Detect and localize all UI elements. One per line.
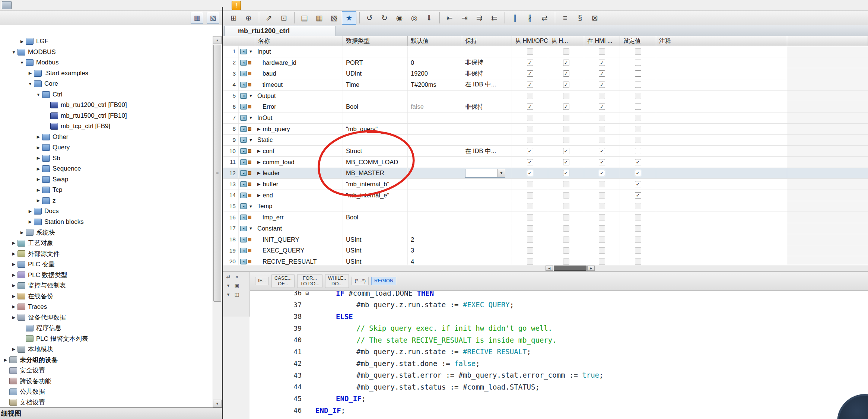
table-row[interactable]: 10▶confStruct在 IDB 中...✓✓✓ xyxy=(223,146,868,157)
chevron-right-icon[interactable]: ▶ xyxy=(10,273,17,277)
checkbox-from-hmi-opc[interactable]: ✓ xyxy=(527,148,533,154)
retain-cell[interactable] xyxy=(462,190,512,201)
checkbox-setpoint[interactable] xyxy=(635,104,641,110)
retain-dropdown[interactable]: ▼ xyxy=(465,169,505,178)
default-value-cell[interactable]: false xyxy=(408,101,462,112)
tree-item[interactable]: ▶未分组的设备 xyxy=(0,355,213,365)
table-row[interactable]: 9▼Static xyxy=(223,135,868,146)
section-collapse-icon[interactable]: ▼ xyxy=(249,49,253,54)
tree-item[interactable]: 跨设备功能 xyxy=(0,376,213,387)
comment-cell[interactable] xyxy=(656,135,787,146)
tree-item[interactable]: ▶Sequence xyxy=(0,164,213,174)
checkbox-from-hmi-opc[interactable] xyxy=(527,214,533,220)
datatype-cell[interactable]: Bool xyxy=(343,101,408,112)
checkbox-from-hmi-opc[interactable]: ✓ xyxy=(527,159,533,165)
comment-cell[interactable] xyxy=(656,245,787,256)
datatype-cell[interactable] xyxy=(343,201,408,212)
section-collapse-icon[interactable]: ▼ xyxy=(249,138,253,142)
datatype-cell[interactable]: "mb_internal_e" xyxy=(343,190,408,201)
tree-item[interactable]: ▶Traces xyxy=(0,302,213,312)
dropdown-icon[interactable]: ▾ xyxy=(225,291,232,297)
default-value-cell[interactable]: 3 xyxy=(408,245,462,256)
datatype-cell[interactable]: Bool xyxy=(343,212,408,223)
comment-cell[interactable] xyxy=(656,234,787,245)
checkbox-from-hmi[interactable] xyxy=(563,48,569,55)
retain-cell[interactable] xyxy=(462,157,512,168)
checkbox-in-hmi[interactable] xyxy=(599,181,605,187)
name-cell[interactable]: Static xyxy=(255,135,343,146)
retain-cell[interactable] xyxy=(462,112,512,123)
default-value-cell[interactable]: 19200 xyxy=(408,68,462,79)
insert-row-icon[interactable]: ⊞ xyxy=(226,11,241,25)
checkbox-from-hmi-opc[interactable] xyxy=(527,237,533,243)
checkbox-from-hmi[interactable]: ✓ xyxy=(563,148,569,154)
checkbox-in-hmi[interactable]: ✓ xyxy=(599,170,605,176)
tree-item[interactable]: mb_rtu1500_ctrl [FB10] xyxy=(0,111,213,121)
checkbox-in-hmi[interactable] xyxy=(599,137,605,143)
checkbox-from-hmi-opc[interactable] xyxy=(527,93,533,99)
section-collapse-icon[interactable]: ▼ xyxy=(249,226,253,231)
open-external-editor-icon[interactable]: ⇗ xyxy=(262,11,276,25)
name-cell[interactable]: hardware_id xyxy=(255,57,343,68)
tree-item[interactable]: ▶Swap xyxy=(0,174,213,185)
absolute-operands-icon[interactable]: ▦ xyxy=(312,11,327,25)
scroll-down-icon[interactable]: ▼ xyxy=(213,400,222,407)
checkbox-setpoint[interactable] xyxy=(635,148,641,154)
tree-item[interactable]: 公共数据 xyxy=(0,387,213,397)
default-value-cell[interactable] xyxy=(408,146,462,156)
checkbox-from-hmi-opc[interactable]: ✓ xyxy=(527,104,533,110)
checkbox-from-hmi[interactable]: ✓ xyxy=(563,104,569,110)
checkbox-from-hmi-opc[interactable] xyxy=(527,192,533,199)
column-header[interactable]: 注释 xyxy=(656,36,787,46)
expand-icon[interactable]: ▶ xyxy=(257,171,260,175)
settings-icon[interactable]: § xyxy=(573,11,587,25)
goto-next-icon[interactable]: ⇥ xyxy=(457,11,472,25)
checkbox-setpoint[interactable] xyxy=(635,225,641,232)
checkbox-setpoint[interactable] xyxy=(635,237,641,243)
goto-previous-icon[interactable]: ⇤ xyxy=(442,11,457,25)
tree-item[interactable]: ▼Core xyxy=(0,79,213,89)
chevron-down-icon[interactable]: ▼ xyxy=(497,169,505,177)
checkbox-from-hmi[interactable] xyxy=(563,181,569,187)
default-value-cell[interactable]: 2 xyxy=(408,234,462,245)
table-row[interactable]: 7▼InOut xyxy=(223,112,868,124)
checkbox-from-hmi-opc[interactable] xyxy=(527,258,533,265)
datatype-cell[interactable]: "mb_query" xyxy=(343,124,408,134)
column-header[interactable]: 在 HMI ... xyxy=(584,36,620,46)
name-cell[interactable]: INIT_QUERY xyxy=(255,234,343,245)
checkbox-from-hmi-opc[interactable] xyxy=(527,126,533,132)
datatype-cell[interactable]: USInt xyxy=(343,234,408,245)
structure-button[interactable]: FOR...TO DO... xyxy=(297,274,322,288)
default-value-cell[interactable] xyxy=(408,201,462,212)
table-row[interactable]: 17▼Constant xyxy=(223,223,868,234)
checkbox-in-hmi[interactable]: ✓ xyxy=(599,60,605,66)
retain-cell[interactable] xyxy=(462,124,512,134)
expand-icon[interactable]: ▶ xyxy=(257,160,260,165)
checkbox-from-hmi[interactable] xyxy=(563,93,569,99)
table-horizontal-scrollbar[interactable]: ◀ ▶ xyxy=(223,265,868,272)
comment-cell[interactable] xyxy=(656,46,787,57)
checkbox-in-hmi[interactable]: ✓ xyxy=(599,82,605,88)
checkbox-in-hmi[interactable] xyxy=(599,93,605,99)
name-cell[interactable]: Error xyxy=(255,101,343,112)
scroll-up-icon[interactable]: ▲ xyxy=(213,36,222,44)
chevron-right-icon[interactable]: ▶ xyxy=(10,251,17,256)
checkbox-from-hmi-opc[interactable] xyxy=(527,137,533,143)
name-cell[interactable]: ▶leader xyxy=(255,168,343,179)
table-row[interactable]: 16tmp_errBool xyxy=(223,212,868,223)
column-header[interactable]: 数据类型 xyxy=(343,36,408,46)
checkbox-from-hmi[interactable]: ✓ xyxy=(563,82,569,88)
scroll-left-icon[interactable]: ◀ xyxy=(546,266,553,271)
column-header[interactable]: 默认值 xyxy=(408,36,462,46)
expand-icon[interactable]: ▶ xyxy=(257,127,260,131)
checkbox-setpoint[interactable] xyxy=(635,214,641,220)
tree-item[interactable]: ▶本地模块 xyxy=(0,344,213,355)
datatype-cell[interactable]: "mb_internal_b" xyxy=(343,179,408,190)
retain-cell[interactable]: 非保持 xyxy=(462,101,512,112)
tab-mb-rtu1200-ctrl[interactable]: mb_rtu1200_ctrl xyxy=(224,26,336,36)
table-row[interactable]: 1▼Input xyxy=(223,46,868,57)
checkbox-in-hmi[interactable] xyxy=(599,214,605,220)
chevron-right-icon[interactable]: ▶ xyxy=(19,230,25,235)
checkbox-in-hmi[interactable] xyxy=(599,237,605,243)
table-row[interactable]: 19EXEC_QUERYUSInt3 xyxy=(223,245,868,256)
